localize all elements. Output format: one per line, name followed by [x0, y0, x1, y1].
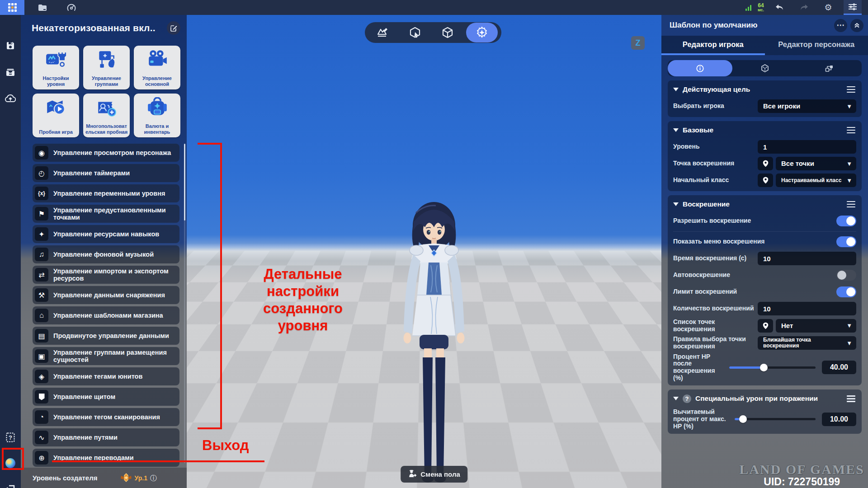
menu-shield[interactable]: Управление щитом: [33, 388, 179, 406]
allow-respawn-toggle[interactable]: [836, 216, 856, 226]
player-character[interactable]: [389, 186, 479, 486]
respawn-list-dropdown[interactable]: Нет ▼: [776, 319, 856, 333]
section-active-target: Действующая цель Выбрать игрока Все игро…: [668, 80, 862, 117]
special-damage-slider[interactable]: [735, 418, 816, 420]
respawn-hp-value[interactable]: 40.00: [822, 361, 856, 374]
special-damage-value[interactable]: 10.00: [822, 413, 856, 426]
menu-preset-points[interactable]: ⚑ Управление предустановленными точками: [33, 205, 179, 223]
respawn-point-dropdown[interactable]: Все точки ▼: [776, 157, 856, 170]
object-select-tool-button[interactable]: [401, 23, 429, 42]
respawn-limit-toggle[interactable]: [836, 286, 856, 297]
tile-group-management[interactable]: Управление группами: [83, 46, 130, 89]
paths-icon: ∿: [35, 431, 48, 444]
field-start-class: Начальный класс Настраиваемый класс ▼: [673, 174, 856, 187]
menu-scrollbar[interactable]: [184, 144, 185, 463]
app-grid-button[interactable]: [0, 0, 24, 15]
menu-entity-groups[interactable]: ▣ Управление группами размещения сущност…: [33, 347, 179, 365]
tab-character-editor[interactable]: Редактор персонажа: [765, 36, 868, 55]
folder-button[interactable]: [33, 0, 52, 15]
redo-button[interactable]: [795, 0, 813, 15]
menu-paths[interactable]: ∿ Управление путями: [33, 428, 179, 446]
rename-category-button[interactable]: [167, 21, 180, 35]
collapse-triangle-icon[interactable]: [673, 202, 679, 206]
preset-points-icon: ⚑: [35, 207, 48, 221]
respawn-point-pick-button[interactable]: [758, 157, 773, 170]
ping-indicator: 64 мс.: [758, 3, 764, 12]
gender-switch-icon: [408, 470, 416, 479]
gender-switch-button[interactable]: Смена пола: [401, 466, 467, 483]
subtab-abilities[interactable]: [732, 60, 797, 76]
tile-level-settings[interactable]: Настройки уровня: [33, 46, 79, 89]
respawn-hp-slider[interactable]: [729, 366, 816, 369]
tile-multiplayer-trial[interactable]: Многопользовательская пробная: [83, 94, 130, 137]
subtab-logic[interactable]: [797, 60, 862, 76]
speedtest-button[interactable]: [62, 0, 80, 15]
menu-import-export[interactable]: ⇄ Управление импортом и экспортом ресурс…: [33, 266, 179, 284]
section-menu-icon[interactable]: [847, 89, 855, 90]
save-button[interactable]: [0, 37, 21, 55]
respawn-list-pick-button[interactable]: [758, 319, 773, 333]
exit-editor-button[interactable]: [0, 480, 21, 488]
menu-level-variables[interactable]: {x} Управление переменными уровня: [33, 184, 179, 202]
world-button[interactable]: [0, 454, 21, 472]
menu-skill-resources[interactable]: ✦ Управление ресурсами навыков: [33, 225, 179, 243]
menu-scan-tag[interactable]: ◔ Управление тегом сканирования: [33, 408, 179, 426]
globe-icon: [5, 458, 15, 468]
timer-icon: ◴: [35, 166, 48, 180]
cloud-upload-button[interactable]: [0, 89, 21, 107]
gear-icon: ⚙: [824, 3, 832, 12]
menu-shop-templates[interactable]: ⌂ Управление шаблонами магазина: [33, 306, 179, 324]
section-menu-icon[interactable]: [847, 130, 855, 131]
level-settings-tool-button[interactable]: [466, 23, 498, 42]
creator-medal-icon: [120, 473, 132, 483]
menu-character-view[interactable]: ◉ Управление просмотром персонажа: [33, 144, 179, 162]
model-tool-button[interactable]: [434, 23, 462, 42]
tab-player-editor[interactable]: Редактор игрока: [661, 36, 765, 55]
collapse-panel-button[interactable]: [850, 19, 863, 32]
terrain-edit-tool-button[interactable]: [368, 23, 396, 42]
menu-background-music[interactable]: ♫ Управление фоновой музыкой: [33, 245, 179, 263]
character-view-icon: ◉: [35, 146, 48, 160]
info-icon[interactable]: ⓘ: [150, 474, 157, 481]
respawn-count-input[interactable]: 10: [758, 302, 856, 315]
tile-trial-play[interactable]: Пробная игра: [33, 94, 79, 137]
menu-unit-tags[interactable]: ◈ Управление тегами юнитов: [33, 367, 179, 385]
respawn-menu-toggle[interactable]: [836, 236, 856, 247]
menu-advanced-data[interactable]: ▤ Продвинутое управление данными: [33, 327, 179, 345]
help-circle-icon[interactable]: ?: [683, 394, 691, 403]
auto-respawn-toggle[interactable]: [836, 270, 856, 281]
more-options-button[interactable]: ⋯: [834, 19, 847, 32]
undo-button[interactable]: [770, 0, 788, 15]
speedometer-icon: [67, 4, 76, 12]
help-button[interactable]: ?: [0, 428, 21, 446]
menu-equipment-data[interactable]: ⚒ Управление данными снаряжения: [33, 286, 179, 304]
collapse-triangle-icon[interactable]: [673, 128, 679, 132]
menu-translations[interactable]: ⊕ Управление переводами: [33, 449, 179, 467]
respawn-rule-dropdown[interactable]: Ближайшая точка воскрешения ▼: [758, 336, 856, 350]
archive-button[interactable]: [0, 63, 21, 81]
start-class-pick-button[interactable]: [758, 174, 773, 187]
menu-timers[interactable]: ◴ Управление таймерами: [33, 164, 179, 182]
respawn-time-input[interactable]: 10: [758, 252, 856, 265]
editor-panel-button[interactable]: [844, 0, 862, 15]
tile-main-camera[interactable]: Управление основной: [134, 46, 180, 89]
collapse-triangle-icon[interactable]: [673, 397, 679, 400]
section-menu-icon[interactable]: [847, 204, 855, 205]
groups-icon: [95, 49, 118, 70]
start-class-dropdown[interactable]: Настраиваемый класс ▼: [776, 174, 856, 187]
tile-currency-inventory[interactable]: Валюта и инвентарь: [134, 94, 180, 137]
viewport-mode-toolbar: [365, 22, 501, 43]
chevron-down-icon: ▼: [846, 160, 852, 167]
chevron-down-icon: ▼: [846, 177, 852, 184]
subtab-info[interactable]: [668, 60, 732, 76]
collapse-triangle-icon[interactable]: [673, 88, 679, 91]
scene-viewport[interactable]: Z Смена пола: [187, 15, 661, 488]
select-player-dropdown[interactable]: Все игроки ▼: [758, 99, 856, 113]
creator-level-badge[interactable]: Ур.1 ⓘ: [120, 473, 157, 483]
level-input[interactable]: 1: [758, 140, 856, 154]
import-export-icon: ⇄: [35, 268, 48, 282]
help-book-icon: ?: [6, 432, 15, 442]
field-select-player: Выбрать игрока Все игроки ▼: [673, 99, 856, 113]
settings-button[interactable]: ⚙: [819, 0, 837, 15]
section-menu-icon[interactable]: [847, 398, 855, 399]
